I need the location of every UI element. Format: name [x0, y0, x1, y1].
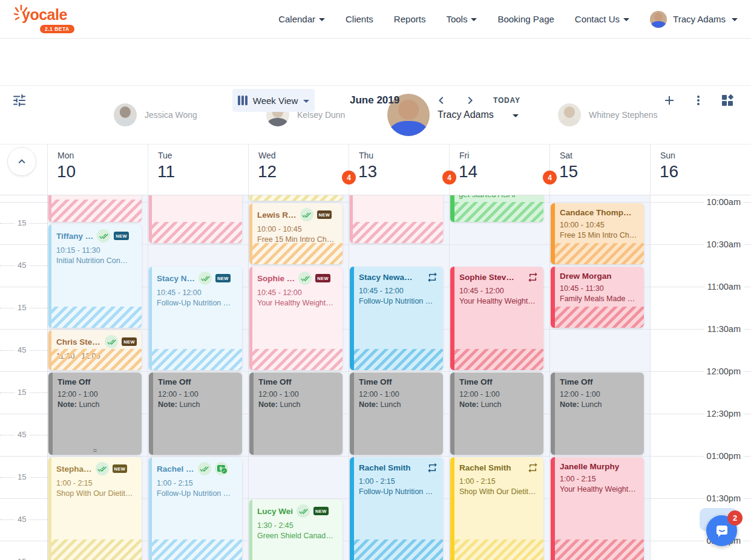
event-title-row: Drew Morgan [560, 272, 644, 281]
nav-item-contact-us[interactable]: Contact Us [575, 14, 629, 24]
staff-member-whitney-stephens[interactable]: Whitney Stephens [558, 86, 658, 144]
collapse-header-button[interactable] [7, 147, 36, 176]
buffer-stripes [555, 539, 644, 560]
day-column-sun[interactable] [650, 195, 751, 560]
dashboard-layout-icon[interactable] [720, 93, 736, 109]
prev-week-button[interactable] [434, 93, 450, 109]
event-time-label: 12:00 - 1:00 [258, 389, 343, 400]
event-content: Lewis R…NEW10:00 - 10:45Free 15 Min Intr… [249, 203, 343, 245]
nav-item-tools[interactable]: Tools [446, 14, 477, 24]
timeoff-event[interactable]: Time Off12:00 - 1:00Note: Lunch= [48, 373, 142, 455]
appointment-partial[interactable]: get started ASAP [450, 195, 543, 222]
staff-member-jessica-wong[interactable]: Jessica Wong [114, 86, 197, 144]
appointment-sophie[interactable]: Sophie …NEW10:45 - 12:00Your Healthy Wei… [249, 267, 343, 370]
buffer-stripes [51, 200, 142, 222]
day-header-fri[interactable]: Fri144 [449, 144, 549, 195]
appointment-rachel-smith[interactable]: Rachel Smith1:00 - 2:15Follow-Up Nutriti… [350, 457, 443, 560]
timeoff-event[interactable]: Time Off12:00 - 1:00Note: Lunch [149, 373, 242, 455]
appointment-candace-thomp[interactable]: Candace Thomp…10:00 - 10:45Free 15 Min I… [551, 203, 644, 264]
time-label: 45 [15, 430, 29, 439]
event-content: Time Off12:00 - 1:00Note: Lunch [551, 373, 644, 410]
day-header-wed[interactable]: Wed12 [248, 144, 349, 195]
nav-item-reports[interactable]: Reports [394, 14, 426, 24]
nav-item-booking-page[interactable]: Booking Page [497, 14, 554, 24]
appointment-lucy-wei[interactable]: Lucy WeiNEW1:30 - 2:45Green Shield Canad… [249, 500, 343, 560]
event-service-label: Follow-Up Nutrition … [359, 487, 443, 497]
event-title-row: Time Off [258, 377, 343, 386]
event-client-name: Sophie … [257, 274, 295, 283]
appointment-lewis-r[interactable]: Lewis R…NEW10:00 - 10:45Free 15 Min Intr… [249, 203, 343, 264]
appointment-sophie-stev[interactable]: Sophie Stev…10:45 - 12:00Your Healthy We… [450, 267, 543, 370]
day-header-sat[interactable]: Sat154 [549, 144, 650, 195]
logo-wordmark: yocale [22, 7, 74, 22]
add-appointment-button[interactable] [662, 93, 678, 109]
buffer-stripes [353, 222, 443, 243]
timeoff-event[interactable]: Time Off12:00 - 1:00Note: Lunch [450, 373, 543, 455]
appointment-partial[interactable] [350, 195, 443, 243]
pending-count-badge[interactable]: 4 [442, 171, 456, 184]
appointment-rachel-smith[interactable]: Rachel Smith1:00 - 2:15Shop With Our Die… [450, 457, 543, 560]
event-service-label: Follow-Up Nutrition … [157, 298, 242, 308]
user-menu[interactable]: Tracy Adams [650, 11, 738, 28]
event-time-label: 10:45 - 12:00 [359, 286, 443, 296]
new-client-badge: NEW [114, 232, 129, 240]
buffer-stripes [252, 243, 343, 264]
event-title-row: Stepha…NEW [56, 462, 142, 475]
appointment-stepha[interactable]: Stepha…NEW1:00 - 2:15Shop With Our Dieti… [48, 457, 142, 560]
app-logo[interactable]: yocale 2.1 BETA [18, 7, 74, 33]
appointment-stacy-newa[interactable]: Stacy Newa…10:45 - 12:00Follow-Up Nutrit… [350, 267, 443, 370]
avatar [114, 103, 137, 126]
pending-count-badge[interactable]: 4 [543, 171, 557, 184]
day-number-label: 16 [660, 162, 678, 181]
next-week-button[interactable] [463, 93, 479, 109]
event-time-label: 12:00 - 1:00 [158, 389, 242, 400]
more-options-icon[interactable] [691, 93, 707, 109]
event-service-label: Initial Nutrition Con… [56, 256, 142, 266]
day-header-sun[interactable]: Sun16 [650, 144, 751, 195]
buffer-stripes [454, 202, 543, 222]
appointment-partial[interactable] [249, 195, 343, 201]
recurring-icon [527, 272, 539, 283]
time-label: 11:00am [704, 282, 744, 291]
appointment-stacy-n[interactable]: Stacy N…NEW10:45 - 12:00Follow-Up Nutrit… [149, 267, 242, 370]
note-prefix: Note: [359, 400, 380, 409]
event-time-label: 1:00 - 2:15 [157, 478, 242, 489]
nav-item-clients[interactable]: Clients [346, 14, 373, 24]
new-client-badge: NEW [122, 337, 137, 346]
event-content: Janelle Murphy1:00 - 2:15Your Healthy We… [551, 457, 644, 495]
event-title-row: Rachel Smith [359, 462, 443, 474]
event-service-label: Your Healthy Weight… [459, 296, 543, 307]
event-client-name: Rachel Smith [459, 463, 511, 472]
event-time-label: 12:00 - 1:00 [459, 389, 543, 400]
time-label: 12:30pm [704, 409, 744, 418]
appointment-partial[interactable] [48, 195, 142, 222]
nav-item-calendar[interactable]: Calendar [278, 14, 325, 24]
buffer-stripes [555, 243, 644, 264]
timeoff-event[interactable]: Time Off12:00 - 1:00Note: Lunch [249, 373, 343, 455]
calendar-grid: 10:00am1510:30am4511:00am1511:30am4512:0… [0, 195, 751, 560]
appointment-drew-morgan[interactable]: Drew Morgan10:45 - 11:30Family Meals Mad… [551, 267, 644, 328]
staff-member-tracy-adams[interactable]: Tracy Adams [387, 86, 519, 144]
staff-name-label: Whitney Stephens [589, 110, 658, 120]
pending-count-badge[interactable]: 4 [342, 171, 356, 184]
view-selector-button[interactable]: Week View [232, 89, 315, 112]
day-header-mon[interactable]: Mon10 [47, 144, 148, 195]
appointment-chris-stev[interactable]: Chris Stev…NEW11:30 - 12:00 [48, 330, 142, 370]
appointment-tiffany[interactable]: Tiffany …NEW10:15 - 11:30Initial Nutriti… [48, 224, 142, 328]
today-button[interactable]: TODAY [493, 96, 520, 105]
filter-tune-icon[interactable] [11, 93, 27, 108]
resize-handle[interactable]: = [48, 447, 142, 454]
day-header-tue[interactable]: Tue11 [148, 144, 248, 195]
appointment-janelle-murphy[interactable]: Janelle Murphy1:00 - 2:15Your Healthy We… [551, 457, 644, 560]
appointment-rachel[interactable]: Rachel …$✓1:00 - 2:15Follow-Up Nutrition… [149, 457, 242, 560]
staff-name-label: Jessica Wong [145, 110, 197, 120]
event-content: Rachel Smith1:00 - 2:15Follow-Up Nutriti… [350, 457, 443, 497]
paid-icon: $✓ [215, 462, 228, 475]
day-header-thu[interactable]: Thu134 [349, 144, 449, 195]
chat-bubble-icon [713, 523, 730, 539]
timeoff-event[interactable]: Time Off12:00 - 1:00Note: Lunch [551, 373, 644, 455]
timeoff-event[interactable]: Time Off12:00 - 1:00Note: Lunch [350, 373, 443, 455]
event-title-row: Rachel …$✓ [157, 462, 242, 475]
day-number-label: 14 [459, 162, 477, 181]
appointment-partial[interactable] [149, 195, 242, 243]
